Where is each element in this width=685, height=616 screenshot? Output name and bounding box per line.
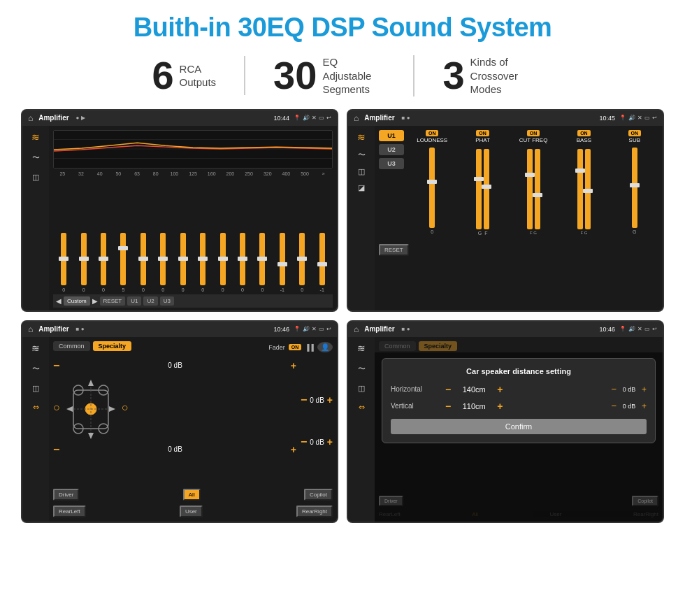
cross-filter-icon[interactable]: ≋ <box>357 131 366 143</box>
on-badge-cutfreq[interactable]: ON <box>527 130 540 136</box>
cutfreq-slider-2[interactable] <box>535 149 540 229</box>
eq-next-icon[interactable]: ▶ <box>92 297 98 305</box>
dialog-btn-copilot[interactable]: Copilot <box>632 496 658 506</box>
eq-slider-5[interactable]: 0 <box>154 233 172 292</box>
dialog-db2-minus[interactable]: − <box>611 401 616 411</box>
cross-wave-icon[interactable]: 〜 <box>358 150 366 160</box>
fader-on-badge[interactable]: ON <box>289 344 302 350</box>
dialog-wave-icon[interactable]: 〜 <box>358 364 366 374</box>
cross-spk-icon[interactable]: ◪ <box>358 183 365 192</box>
sub-slider[interactable] <box>632 148 637 228</box>
eq-slider-4[interactable]: 0 <box>134 233 152 292</box>
dialog-horizontal-minus[interactable]: − <box>445 384 451 395</box>
bass-slider-2[interactable] <box>585 149 591 229</box>
on-badge-phat[interactable]: ON <box>476 130 489 136</box>
dialog-filter-icon[interactable]: ≋ <box>357 343 366 354</box>
eq-slider-1[interactable]: 0 <box>74 233 92 292</box>
svg-marker-13 <box>88 433 94 439</box>
stat-number-crossover: 3 <box>442 56 464 95</box>
dialog-db2-plus[interactable]: + <box>642 401 647 411</box>
eq-slider-2[interactable]: 0 <box>94 233 113 292</box>
dialog-vertical-minus[interactable]: − <box>445 401 451 412</box>
dialog-arrows-icon[interactable]: ⇔ <box>359 403 365 412</box>
screen-dialog-card: ⌂ Amplifier ■ ● 10:46 📍🔊✕▭↩ ≋ 〜 ◫ ⇔ <box>347 320 664 523</box>
eq-slider-6[interactable]: 0 <box>174 233 192 292</box>
fader-main: Common Specialty Fader ON ▐▐ 👤 <box>49 337 337 522</box>
fader-arrows-icon[interactable]: ⇔ <box>33 403 39 412</box>
eq-slider-7[interactable]: 0 <box>194 233 212 292</box>
dialog-btn-driver[interactable]: Driver <box>379 496 403 506</box>
cross-main: U1 U2 U3 ON LOUDNESS <box>375 126 663 310</box>
fader-sidebar: ≋ 〜 ◫ ⇔ <box>22 337 49 522</box>
distance-dialog: Car speaker distance setting Horizontal … <box>382 358 656 443</box>
fader-btn-copilot[interactable]: Copilot <box>304 489 333 501</box>
bass-slider-1[interactable] <box>577 149 583 229</box>
dialog-vol-icon[interactable]: ◫ <box>358 384 365 393</box>
eq-filter-icon[interactable]: ≋ <box>31 131 40 143</box>
phat-slider-2[interactable] <box>484 149 489 229</box>
status-time-1: 10:44 <box>273 115 289 122</box>
eq-slider-8[interactable]: 0 <box>213 233 231 292</box>
fader-btn-all[interactable]: All <box>183 489 201 501</box>
fader-person-icon[interactable]: 👤 <box>317 342 333 352</box>
eq-wave-icon[interactable]: 〜 <box>32 152 40 163</box>
eq-u1-btn[interactable]: U1 <box>127 296 141 306</box>
cross-vol-icon[interactable]: ◫ <box>358 167 365 176</box>
fader-btn-rearleft[interactable]: RearLeft <box>53 506 86 517</box>
preset-u1[interactable]: U1 <box>379 130 404 141</box>
cross-reset-btn[interactable]: RESET <box>379 244 409 256</box>
status-bar-1: ⌂ Amplifier ● ▶ 10:44 📍🔊✕▭↩ <box>22 110 337 126</box>
cutfreq-slider-1[interactable] <box>527 149 533 229</box>
dialog-db1-plus[interactable]: + <box>642 385 647 394</box>
crossover-screen-body: ≋ 〜 ◫ ◪ U1 U2 U3 <box>348 126 663 310</box>
preset-u3[interactable]: U3 <box>379 158 404 169</box>
fader-minus-4[interactable]: − <box>301 436 307 448</box>
eq-slider-3[interactable]: 5 <box>114 233 132 292</box>
eq-slider-11[interactable]: -1 <box>273 233 291 292</box>
screen-eq-card: ⌂ Amplifier ● ▶ 10:44 📍🔊✕▭↩ ≋ 〜 ◫ <box>21 109 338 312</box>
on-badge-bass[interactable]: ON <box>577 130 591 136</box>
fader-btn-driver[interactable]: Driver <box>53 489 79 501</box>
eq-u2-btn[interactable]: U2 <box>143 296 157 306</box>
fader-plus-2[interactable]: + <box>291 444 296 455</box>
fader-plus-1[interactable]: + <box>291 360 296 371</box>
fader-tab-specialty[interactable]: Specialty <box>93 341 132 351</box>
status-icons-3: 📍🔊✕▭↩ <box>294 326 331 332</box>
fader-vol-icon[interactable]: ◫ <box>32 384 39 393</box>
eq-slider-9[interactable]: 0 <box>233 233 252 292</box>
fader-minus-1[interactable]: − <box>53 359 59 372</box>
fader-btn-user[interactable]: User <box>180 506 203 517</box>
stat-text-rca: RCAOutputs <box>180 62 217 89</box>
confirm-button[interactable]: Confirm <box>391 419 647 434</box>
dialog-vertical-plus[interactable]: + <box>497 401 503 412</box>
on-badge-loudness[interactable]: ON <box>426 130 439 136</box>
fader-plus-3[interactable]: + <box>327 394 333 406</box>
fader-plus-4[interactable]: + <box>327 436 333 447</box>
eq-u3-btn[interactable]: U3 <box>160 296 174 306</box>
on-badge-sub[interactable]: ON <box>628 130 642 136</box>
dialog-db1-minus[interactable]: − <box>611 384 616 394</box>
eq-slider-10[interactable]: 0 <box>253 233 271 292</box>
eq-screen-body: ≋ 〜 ◫ <box>22 126 337 310</box>
dialog-bg-tabs: Common Specialty <box>379 341 658 351</box>
fader-minus-3[interactable]: − <box>301 394 307 406</box>
eq-custom-btn[interactable]: Custom <box>64 296 90 306</box>
eq-vol-icon[interactable]: ◫ <box>32 173 39 182</box>
fader-wave-icon[interactable]: 〜 <box>32 364 40 374</box>
eq-prev-icon[interactable]: ◀ <box>56 297 62 305</box>
preset-u2[interactable]: U2 <box>379 144 404 155</box>
eq-reset-btn[interactable]: RESET <box>100 296 126 306</box>
fader-minus-2[interactable]: − <box>53 443 59 456</box>
fader-sliders-icon[interactable]: ▐▐ <box>305 344 314 351</box>
eq-bottom-bar: ◀ Custom ▶ RESET U1 U2 U3 <box>53 294 333 308</box>
phat-slider-1[interactable] <box>476 149 482 229</box>
fader-filter-icon[interactable]: ≋ <box>31 343 40 354</box>
fader-tab-common[interactable]: Common <box>53 341 90 351</box>
eq-slider-13[interactable]: -1 <box>312 233 331 292</box>
loudness-slider[interactable] <box>429 148 435 228</box>
eq-slider-0[interactable]: 0 <box>55 233 73 292</box>
dialog-db1-val: 0 dB <box>619 386 640 393</box>
dialog-horizontal-plus[interactable]: + <box>497 384 503 395</box>
fader-btn-rearright[interactable]: RearRight <box>296 506 333 517</box>
eq-slider-12[interactable]: 0 <box>293 233 311 292</box>
